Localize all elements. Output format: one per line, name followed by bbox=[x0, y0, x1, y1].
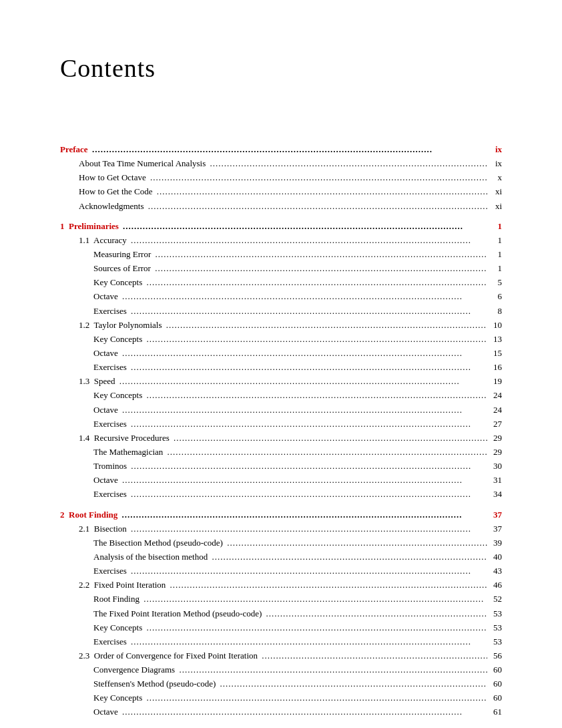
toc-page: 29 bbox=[489, 431, 502, 445]
toc-entry[interactable]: Key Concepts ...........................… bbox=[60, 276, 502, 289]
table-of-contents: Preface ................................… bbox=[60, 143, 502, 719]
toc-entry-label: Root Finding bbox=[93, 592, 139, 606]
toc-entry[interactable]: Sources of Error .......................… bbox=[60, 262, 502, 275]
toc-entry[interactable]: Exercises ..............................… bbox=[60, 635, 502, 649]
toc-entry-label: Exercises bbox=[93, 361, 127, 374]
toc-page: 5 bbox=[489, 276, 502, 289]
toc-dots: ........................................… bbox=[117, 375, 487, 388]
toc-entry-label: Exercises bbox=[93, 564, 127, 578]
toc-dots: ........................................… bbox=[119, 474, 487, 487]
toc-page: 53 bbox=[489, 635, 502, 649]
toc-entry[interactable]: Trominos ...............................… bbox=[60, 460, 502, 473]
toc-dots: ........................................… bbox=[152, 262, 487, 275]
toc-dots: ........................................… bbox=[144, 691, 487, 705]
toc-dots: ........................................… bbox=[224, 536, 487, 550]
toc-entry[interactable]: Octave .................................… bbox=[60, 290, 502, 303]
toc-entry[interactable]: Exercises ..............................… bbox=[60, 361, 502, 374]
toc-entry[interactable]: Acknowledgments ........................… bbox=[60, 200, 502, 213]
toc-entry[interactable]: Preface ................................… bbox=[60, 143, 502, 156]
toc-entry-label: The Mathemagician bbox=[93, 445, 163, 459]
toc-dots: ........................................… bbox=[119, 347, 487, 360]
toc-section-label: 1.1 Accuracy bbox=[79, 234, 127, 247]
toc-section-label: 2.1 Bisection bbox=[79, 522, 127, 536]
toc-chapter-label: 1 Preliminaries bbox=[60, 220, 119, 233]
toc-entry[interactable]: 1 Preliminaries ........................… bbox=[60, 220, 502, 233]
toc-page: xi bbox=[489, 185, 502, 198]
toc-dots: ........................................… bbox=[128, 361, 487, 374]
toc-page: 13 bbox=[489, 333, 502, 346]
toc-entry[interactable]: The Bisection Method (pseudo-code) .....… bbox=[60, 536, 502, 550]
toc-dots: ........................................… bbox=[128, 635, 487, 649]
toc-page: 19 bbox=[489, 375, 502, 388]
toc-page: 16 bbox=[489, 361, 502, 374]
toc-page: 40 bbox=[489, 550, 502, 564]
toc-entry[interactable]: Octave .................................… bbox=[60, 474, 502, 487]
toc-entry[interactable]: Octave .................................… bbox=[60, 403, 502, 417]
toc-entry[interactable]: 2.3 Order of Convergence for Fixed Point… bbox=[60, 649, 502, 663]
toc-entry[interactable]: 1.4 Recursive Procedures ...............… bbox=[60, 431, 502, 445]
toc-entry-label: Exercises bbox=[93, 417, 127, 431]
toc-entry-label: About Tea Time Numerical Analysis bbox=[79, 157, 206, 170]
toc-entry[interactable]: 1.2 Taylor Polynomials .................… bbox=[60, 319, 502, 332]
toc-page: 1 bbox=[489, 248, 502, 261]
toc-dots: ........................................… bbox=[148, 171, 487, 184]
toc-entry[interactable]: The Mathemagician ......................… bbox=[60, 445, 502, 459]
toc-page: 61 bbox=[489, 705, 502, 719]
toc-entry[interactable]: Root Finding ...........................… bbox=[60, 592, 502, 606]
toc-dots: ........................................… bbox=[128, 522, 487, 536]
toc-dots: ........................................… bbox=[119, 290, 487, 303]
toc-entry-label: Convergence Diagrams bbox=[93, 663, 175, 677]
toc-entry[interactable]: Octave .................................… bbox=[60, 347, 502, 360]
toc-dots: ........................................… bbox=[176, 663, 487, 677]
toc-entry-label: How to Get Octave bbox=[79, 171, 146, 184]
toc-entry-label: Key Concepts bbox=[93, 276, 142, 289]
toc-entry[interactable]: Steffensen's Method (pseudo-code) ......… bbox=[60, 677, 502, 691]
toc-entry[interactable]: Analysis of the bisection method .......… bbox=[60, 550, 502, 564]
toc-dots: ........................................… bbox=[128, 305, 487, 318]
toc-entry-label: Exercises bbox=[93, 635, 127, 649]
toc-entry-label: Measuring Error bbox=[93, 248, 151, 261]
toc-entry[interactable]: How to Get Octave ......................… bbox=[60, 171, 502, 184]
toc-dots: ........................................… bbox=[263, 607, 487, 620]
toc-entry-label: Sources of Error bbox=[93, 262, 151, 275]
toc-entry[interactable]: Key Concepts ...........................… bbox=[60, 389, 502, 402]
toc-page: 52 bbox=[489, 592, 502, 606]
toc-entry[interactable]: How to Get the Code ....................… bbox=[60, 185, 502, 198]
toc-section-label: 2.2 Fixed Point Iteration bbox=[79, 578, 166, 592]
toc-entry[interactable]: Key Concepts ...........................… bbox=[60, 621, 502, 634]
toc-page: 8 bbox=[489, 305, 502, 318]
toc-entry[interactable]: Convergence Diagrams ...................… bbox=[60, 663, 502, 677]
toc-dots: ........................................… bbox=[144, 621, 487, 634]
toc-entry[interactable]: Key Concepts ...........................… bbox=[60, 691, 502, 705]
toc-dots: ........................................… bbox=[145, 200, 487, 213]
toc-entry[interactable]: Exercises ..............................… bbox=[60, 305, 502, 318]
page-title: Contents bbox=[60, 53, 502, 83]
toc-entry[interactable]: The Fixed Point Iteration Method (pseudo… bbox=[60, 607, 502, 620]
toc-dots: ........................................… bbox=[167, 578, 487, 592]
toc-entry[interactable]: Exercises ..............................… bbox=[60, 488, 502, 501]
toc-entry[interactable]: Octave .................................… bbox=[60, 705, 502, 719]
toc-entry-label: Key Concepts bbox=[93, 621, 142, 634]
toc-dots: ........................................… bbox=[152, 248, 487, 261]
toc-dots: ........................................… bbox=[171, 431, 487, 445]
toc-dots: ........................................… bbox=[128, 564, 487, 578]
toc-entry-label: Steffensen's Method (pseudo-code) bbox=[93, 677, 216, 691]
toc-page: 37 bbox=[489, 508, 502, 522]
toc-entry[interactable]: 2 Root Finding .........................… bbox=[60, 508, 502, 522]
toc-dots: ........................................… bbox=[141, 592, 487, 606]
toc-page: 27 bbox=[489, 417, 502, 431]
toc-entry[interactable]: 1.3 Speed ..............................… bbox=[60, 375, 502, 388]
toc-entry[interactable]: 2.2 Fixed Point Iteration ..............… bbox=[60, 578, 502, 592]
toc-page: 6 bbox=[489, 290, 502, 303]
toc-entry[interactable]: Measuring Error ........................… bbox=[60, 248, 502, 261]
toc-page: 60 bbox=[489, 691, 502, 705]
toc-section-label: 2.3 Order of Convergence for Fixed Point… bbox=[79, 649, 258, 663]
toc-dots: ........................................… bbox=[120, 220, 487, 233]
toc-entry[interactable]: About Tea Time Numerical Analysis ......… bbox=[60, 157, 502, 170]
toc-entry[interactable]: Exercises ..............................… bbox=[60, 417, 502, 431]
toc-entry[interactable]: Key Concepts ...........................… bbox=[60, 333, 502, 346]
toc-entry[interactable]: Exercises ..............................… bbox=[60, 564, 502, 578]
toc-entry[interactable]: 2.1 Bisection ..........................… bbox=[60, 522, 502, 536]
toc-dots: ........................................… bbox=[209, 550, 487, 564]
toc-entry[interactable]: 1.1 Accuracy ...........................… bbox=[60, 234, 502, 247]
